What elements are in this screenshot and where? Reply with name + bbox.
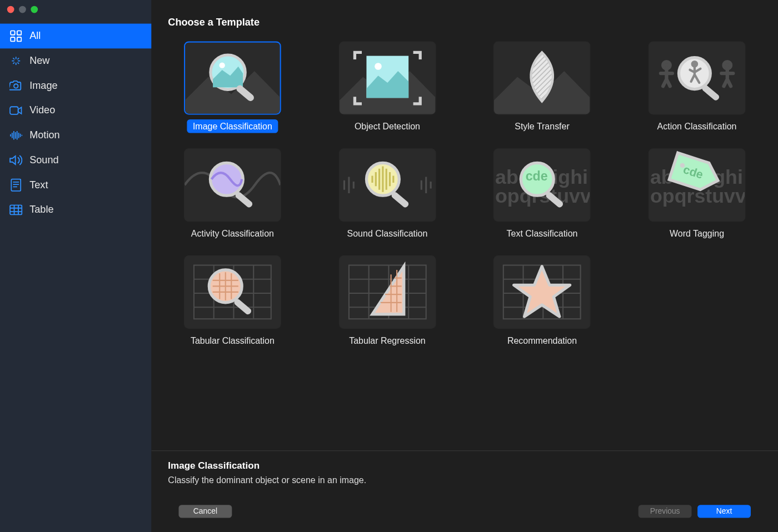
button-bar: Cancel Previous Next [168, 485, 761, 528]
page-title: Choose a Template [152, 0, 778, 36]
template-label: Image Classification [187, 119, 278, 133]
sidebar-item-label: Image [29, 80, 57, 92]
sidebar-item-label: Table [29, 204, 53, 215]
svg-point-33 [219, 62, 225, 68]
minimize-window-button[interactable] [19, 6, 26, 13]
template-label: Activity Classification [185, 227, 280, 240]
template-label: Object Detection [348, 119, 426, 133]
svg-rect-22 [11, 179, 21, 191]
close-window-button[interactable] [7, 6, 14, 13]
svg-point-48 [210, 163, 243, 195]
sidebar-item-label: Text [29, 179, 48, 191]
grid-icon [9, 29, 22, 42]
template-thumb [493, 255, 591, 329]
svg-line-8 [13, 58, 14, 59]
speaker-icon [9, 154, 22, 167]
window-traffic-lights [0, 0, 152, 24]
template-thumb [184, 42, 281, 115]
template-thumb [339, 255, 436, 329]
sidebar: All New Image [0, 0, 152, 532]
description-text: Classify the dominant object or scene in… [168, 475, 761, 485]
template-thumb [493, 42, 591, 115]
next-button[interactable]: Next [697, 505, 751, 518]
template-label: Tabular Classification [184, 333, 280, 347]
description-title: Image Classification [168, 460, 761, 471]
description-panel: Image Classification Classify the domina… [152, 450, 778, 532]
template-tabular-regression[interactable]: Tabular Regression [317, 255, 457, 347]
previous-button[interactable]: Previous [639, 505, 692, 518]
sidebar-item-label: Video [29, 104, 55, 116]
camera-icon [9, 79, 22, 92]
svg-rect-3 [17, 37, 21, 41]
sidebar-item-new[interactable]: New [0, 48, 152, 73]
template-image-classification[interactable]: Image Classification [162, 42, 303, 133]
template-recommendation[interactable]: Recommendation [472, 255, 612, 347]
main-panel: Choose a Template [152, 0, 778, 532]
sidebar-item-table[interactable]: Table [0, 198, 152, 223]
video-icon [9, 104, 22, 117]
document-icon [9, 179, 22, 192]
sidebar-item-label: All [29, 30, 41, 42]
template-word-tagging[interactable]: abcdeighi opqrstuvv cde Word Tagging [626, 148, 767, 240]
svg-text:cde: cde [526, 169, 548, 183]
template-style-transfer[interactable]: Style Transfer [472, 42, 612, 133]
sidebar-item-label: Motion [29, 129, 59, 141]
sidebar-list: All New Image [0, 24, 152, 223]
svg-rect-13 [10, 107, 18, 114]
template-label: Tabular Regression [343, 333, 432, 347]
template-label: Text Classification [501, 227, 584, 240]
template-label: Style Transfer [509, 119, 576, 133]
template-label: Recommendation [501, 333, 582, 347]
svg-rect-26 [10, 205, 22, 214]
cancel-button[interactable]: Cancel [179, 505, 232, 518]
sidebar-item-motion[interactable]: Motion [0, 123, 152, 148]
svg-line-11 [13, 62, 14, 64]
template-action-classification[interactable]: Action Classification [626, 42, 767, 133]
svg-line-10 [17, 58, 19, 59]
template-tabular-classification[interactable]: Tabular Classification [162, 255, 303, 347]
template-label: Sound Classification [341, 227, 433, 240]
sidebar-item-text[interactable]: Text [0, 173, 152, 198]
sidebar-item-image[interactable]: Image [0, 73, 152, 98]
sidebar-item-all[interactable]: All [0, 24, 152, 49]
template-label: Word Tagging [664, 227, 730, 240]
template-text-classification[interactable]: abcdeighi opqrstuvv cde Text Classificat… [472, 148, 612, 240]
svg-rect-1 [17, 31, 21, 34]
template-thumb [339, 42, 436, 115]
table-icon [9, 203, 22, 216]
template-grid: Image Classification [162, 42, 767, 347]
svg-point-37 [375, 63, 382, 70]
template-thumb: abcdeighi opqrstuvv cde [493, 148, 591, 222]
svg-rect-0 [11, 31, 14, 34]
template-thumb [339, 148, 436, 222]
sidebar-item-video[interactable]: Video [0, 98, 152, 123]
template-object-detection[interactable]: Object Detection [317, 42, 457, 133]
svg-rect-2 [11, 37, 14, 41]
waveform-icon [9, 129, 22, 142]
sidebar-item-label: New [29, 55, 49, 67]
template-activity-classification[interactable]: Activity Classification [162, 148, 303, 240]
svg-point-12 [14, 84, 18, 88]
template-grid-area: Image Classification [152, 36, 778, 450]
template-thumb [184, 255, 281, 329]
sidebar-item-label: Sound [29, 154, 58, 166]
template-thumb [184, 148, 281, 222]
template-label: Action Classification [651, 119, 742, 133]
template-thumb [649, 42, 746, 115]
template-thumb: abcdeighi opqrstuvv cde [649, 148, 746, 222]
template-sound-classification[interactable]: Sound Classification [317, 148, 457, 240]
sidebar-item-sound[interactable]: Sound [0, 148, 152, 173]
svg-line-9 [17, 62, 19, 64]
fullscreen-window-button[interactable] [31, 6, 38, 13]
sparkle-icon [9, 54, 22, 67]
